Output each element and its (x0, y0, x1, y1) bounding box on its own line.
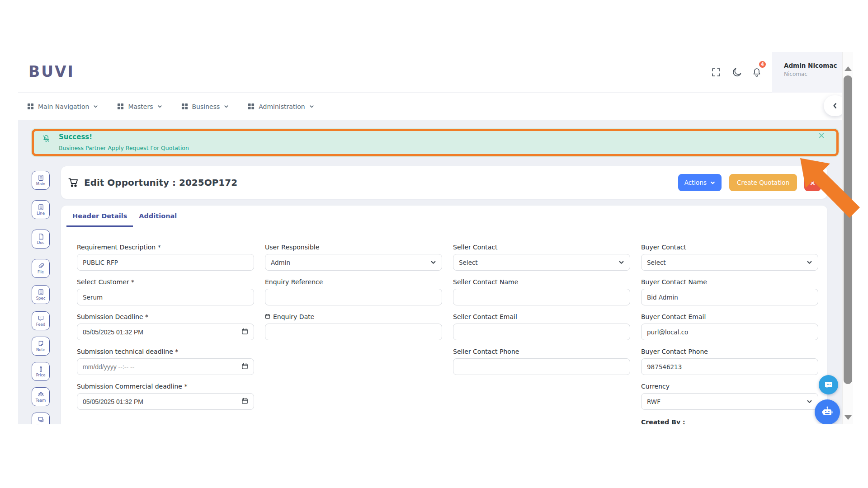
select-customer-input[interactable] (77, 289, 254, 305)
chat-fab-button[interactable] (819, 375, 838, 394)
opportunity-header-card: Edit Opportunity : 2025OP172 Actions Cre… (61, 166, 827, 199)
sidebar-item-label: Line (37, 211, 45, 216)
scrollbar-thumb[interactable] (844, 75, 852, 384)
bell-off-icon (42, 134, 51, 143)
sidebar-item-label: File (38, 270, 44, 274)
submission-deadline-datetime-input[interactable]: 05/05/2025 01:32 PM (77, 324, 254, 340)
chat-bubbles-icon (38, 416, 44, 423)
field-label: Submission Deadline * (77, 313, 254, 320)
field-label-text: Enquiry Date (273, 313, 314, 320)
field-user-responsible: User Responsible Admin (265, 244, 442, 278)
notifications-bell-icon[interactable] (751, 67, 762, 78)
datetime-value: 05/05/2025 01:32 PM (83, 398, 143, 405)
sidebar-item-tech[interactable]: Tech (32, 413, 50, 424)
field-label: User Responsible (265, 244, 442, 251)
chevron-down-icon (430, 259, 436, 265)
datetime-value: 05/05/2025 01:32 PM (83, 328, 143, 336)
chevron-down-icon (157, 104, 162, 109)
seller-contact-name-input[interactable] (453, 289, 630, 305)
field-seller-contact-email: Seller Contact Email (453, 313, 630, 348)
field-label: Enquiry Date (265, 313, 442, 320)
tab-additional[interactable]: Additional (133, 206, 183, 227)
opportunity-form-card: Header Details Additional Requirement De… (61, 206, 827, 424)
create-quotation-button[interactable]: Create Quotation (729, 174, 797, 191)
chatbot-fab-button[interactable] (815, 399, 840, 424)
sidebar-item-line[interactable]: Line (32, 200, 50, 219)
robot-icon (821, 406, 834, 418)
field-enquiry-date: Enquiry Date (265, 313, 442, 348)
nav-label: Masters (128, 103, 153, 110)
sidebar-item-label: Tech (36, 423, 45, 424)
sidebar-item-note[interactable]: Note (32, 337, 50, 356)
nav-label: Administration (259, 103, 305, 110)
datetime-placeholder: mm/dd/yyyy --:-- -- (83, 363, 134, 371)
field-label: Enquiry Reference (265, 278, 442, 286)
sidebar-item-main[interactable]: Main (32, 171, 50, 190)
nav-item-main-navigation[interactable]: Main Navigation (27, 103, 98, 110)
app-header: BUVI 4 Admin Nicomac Nicomac (18, 52, 853, 93)
calendar-icon[interactable] (241, 328, 248, 336)
seller-contact-email-input[interactable] (453, 324, 630, 340)
alert-close-icon[interactable]: × (818, 131, 825, 140)
chevron-down-icon (618, 259, 624, 265)
scrollbar-up-arrow[interactable] (844, 66, 852, 71)
feedback-bubble-icon (38, 315, 44, 322)
nav-item-administration[interactable]: Administration (248, 103, 314, 110)
scrollbar-down-arrow[interactable] (844, 415, 852, 420)
field-label: Buyer Contact Phone (641, 348, 818, 355)
grid-menu-icon (248, 103, 255, 110)
close-opportunity-button[interactable]: × (804, 174, 821, 191)
buyer-contact-email-input[interactable] (641, 324, 818, 340)
close-icon: × (810, 178, 816, 187)
sidebar-item-doc[interactable]: Doc (32, 230, 50, 249)
field-buyer-contact-phone: Buyer Contact Phone (641, 348, 818, 383)
vertical-scrollbar[interactable] (842, 52, 853, 424)
user-profile-panel[interactable]: Admin Nicomac Nicomac (772, 52, 842, 93)
alert-message: Business Partner Apply Request For Quota… (59, 145, 189, 151)
selected-value: Select (459, 259, 478, 266)
chevron-left-icon (832, 103, 838, 109)
requirement-description-input[interactable] (77, 254, 254, 271)
field-currency: Currency RWF (641, 383, 818, 418)
calendar-icon (265, 313, 270, 320)
field-label: Buyer Contact Name (641, 278, 818, 286)
field-label: Submission Commercial deadline * (77, 383, 254, 390)
chevron-down-icon (224, 104, 229, 109)
nav-item-business[interactable]: Business (181, 103, 229, 110)
submission-commercial-deadline-datetime-input[interactable]: 05/05/2025 01:32 PM (77, 393, 254, 410)
enquiry-date-input[interactable] (265, 324, 442, 340)
seller-contact-select[interactable]: Select (453, 254, 630, 271)
seller-contact-phone-input[interactable] (453, 358, 630, 375)
file-icon (38, 233, 44, 240)
fullscreen-icon[interactable] (711, 67, 722, 78)
calendar-icon[interactable] (241, 398, 248, 406)
sidebar-item-label: Spec (36, 296, 46, 300)
field-submission-deadline: Submission Deadline * 05/05/2025 01:32 P… (77, 313, 254, 348)
tab-header-details[interactable]: Header Details (66, 206, 133, 227)
sidebar-item-feed[interactable]: Feed (32, 311, 50, 330)
field-submission-commercial-deadline: Submission Commercial deadline * 05/05/2… (77, 383, 254, 418)
buyer-contact-phone-input[interactable] (641, 358, 818, 375)
enquiry-reference-input[interactable] (265, 289, 442, 305)
nav-item-masters[interactable]: Masters (117, 103, 162, 110)
sidebar-item-team[interactable]: Team (32, 387, 50, 406)
selected-value: RWF (647, 398, 660, 405)
browser-app-frame: BUVI 4 Admin Nicomac Nicomac Main Naviga… (18, 52, 853, 424)
sidebar-item-file[interactable]: File (32, 259, 50, 278)
buyer-contact-select[interactable]: Select (641, 254, 818, 271)
chevron-down-icon (309, 104, 314, 109)
buyer-contact-name-input[interactable] (641, 289, 818, 305)
sidebar-item-price[interactable]: Price (32, 362, 50, 381)
actions-button[interactable]: Actions (678, 174, 722, 191)
price-tag-icon (38, 366, 44, 372)
user-responsible-select[interactable]: Admin (265, 254, 442, 271)
create-quotation-label: Create Quotation (737, 179, 789, 186)
calendar-icon[interactable] (241, 363, 248, 371)
submission-technical-deadline-datetime-input[interactable]: mm/dd/yyyy --:-- -- (77, 358, 254, 375)
dark-mode-moon-icon[interactable] (731, 67, 742, 78)
team-people-icon (38, 391, 44, 398)
sidebar-item-spec[interactable]: Spec (32, 285, 50, 304)
chat-bubble-icon (824, 380, 834, 390)
field-submission-technical-deadline: Submission technical deadline * mm/dd/yy… (77, 348, 254, 383)
currency-select[interactable]: RWF (641, 393, 818, 410)
